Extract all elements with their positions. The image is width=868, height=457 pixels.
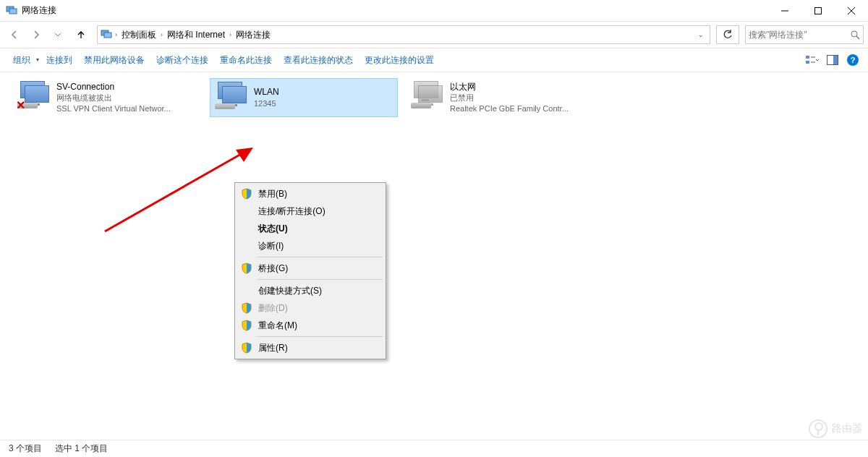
crumb-sep[interactable]: › [114, 31, 119, 38]
watermark-text: 路由器 [832, 422, 862, 435]
conn-status: 已禁用 [450, 93, 569, 103]
svg-line-9 [856, 36, 859, 39]
maximize-button[interactable] [801, 0, 835, 22]
menu-item[interactable]: 连接/断开连接(O) [237, 202, 384, 220]
menu-item-label: 连接/断开连接(O) [258, 205, 326, 218]
menu-item: 删除(D) [237, 299, 384, 317]
address-bar[interactable]: › 控制面板 › 网络和 Internet › 网络连接 ⌄ [97, 25, 710, 44]
cmd-disable[interactable]: 禁用此网络设备 [78, 54, 150, 67]
minimize-button[interactable] [768, 0, 801, 22]
menu-item-label: 状态(U) [258, 223, 288, 235]
menu-item[interactable]: 重命名(M) [237, 317, 384, 334]
crumb-2[interactable]: 网络连接 [233, 29, 273, 41]
svg-point-8 [851, 31, 857, 37]
connection-icon [409, 80, 446, 110]
svg-rect-10 [806, 56, 809, 59]
forward-button[interactable] [26, 25, 46, 45]
status-selected: 选中 1 个项目 [55, 443, 108, 455]
recent-dropdown[interactable] [48, 25, 68, 45]
help-button[interactable]: ? [845, 52, 861, 68]
conn-device: Realtek PCIe GbE Family Contr... [450, 103, 569, 114]
connection-icon [213, 80, 250, 111]
window-title: 网络连接 [22, 4, 56, 17]
app-icon [6, 5, 17, 17]
menu-item[interactable]: 属性(R) [237, 339, 384, 356]
conn-status: 12345 [254, 98, 279, 109]
address-dropdown[interactable]: ⌄ [694, 31, 708, 38]
search-box[interactable]: 搜索"网络连接" [745, 25, 864, 44]
menu-item[interactable]: 创建快捷方式(S) [237, 282, 384, 299]
svg-marker-17 [236, 148, 253, 162]
status-bar: 3 个项目 选中 1 个项目 [0, 440, 868, 457]
menu-item-label: 删除(D) [258, 302, 288, 315]
location-icon [101, 29, 112, 40]
svg-rect-11 [806, 61, 809, 64]
svg-rect-7 [104, 33, 111, 38]
up-button[interactable] [72, 25, 90, 45]
cmd-settings[interactable]: 更改此连接的设置 [359, 54, 440, 67]
connection-ethernet[interactable]: 以太网 已禁用 Realtek PCIe GbE Family Contr... [407, 78, 595, 117]
content-area: ✕ SV-Connection 网络电缆被拔出 SSL VPN Client V… [0, 72, 868, 434]
watermark-logo-icon [809, 419, 827, 438]
conn-name: 以太网 [450, 81, 569, 93]
search-placeholder: 搜索"网络连接" [749, 29, 850, 41]
menu-item-label: 诊断(I) [258, 240, 284, 252]
menu-item[interactable]: 桥接(G) [237, 260, 384, 277]
connection-wlan[interactable]: WLAN 12345 [210, 78, 398, 117]
menu-separator [257, 336, 383, 337]
crumb-0[interactable]: 控制面板 [119, 29, 159, 41]
menu-item[interactable]: 状态(U) [237, 220, 384, 237]
conn-name: WLAN [254, 86, 279, 98]
menu-item-label: 创建快捷方式(S) [258, 285, 322, 297]
crumb-1[interactable]: 网络和 Internet [164, 29, 228, 41]
crumb-sep[interactable]: › [228, 31, 233, 38]
refresh-button[interactable] [716, 25, 739, 44]
menu-item-label: 重命名(M) [258, 320, 297, 332]
navbar: › 控制面板 › 网络和 Internet › 网络连接 ⌄ 搜索"网络连接" [0, 22, 868, 48]
svg-line-16 [105, 153, 242, 231]
cmd-connect[interactable]: 连接到 [41, 54, 78, 67]
context-menu: 禁用(B)连接/断开连接(O)状态(U)诊断(I)桥接(G)创建快捷方式(S)删… [234, 182, 386, 359]
cmd-rename[interactable]: 重命名此连接 [214, 54, 278, 67]
crumb-sep[interactable]: › [159, 31, 164, 38]
disconnected-x-icon: ✕ [16, 98, 27, 110]
menu-item-label: 桥接(G) [258, 262, 288, 275]
preview-pane-button[interactable] [825, 52, 841, 68]
search-icon [850, 30, 860, 40]
cmd-diagnose[interactable]: 诊断这个连接 [150, 54, 214, 67]
menu-item-label: 禁用(B) [258, 188, 287, 200]
svg-rect-1 [9, 9, 17, 14]
close-button[interactable] [835, 0, 868, 22]
titlebar: 网络连接 [0, 0, 868, 22]
watermark: 路由器 [809, 419, 862, 438]
svg-rect-15 [833, 56, 838, 64]
menu-item[interactable]: 诊断(I) [237, 237, 384, 255]
menu-item[interactable]: 禁用(B) [237, 185, 384, 202]
back-button[interactable] [4, 25, 25, 45]
conn-device: SSL VPN Client Virtual Networ... [56, 103, 171, 114]
organize-menu[interactable]: 组织 [7, 54, 41, 67]
view-options-button[interactable] [804, 52, 820, 68]
menu-item-label: 属性(R) [258, 342, 288, 354]
menu-separator [257, 257, 383, 257]
svg-rect-3 [815, 7, 822, 14]
conn-status: 网络电缆被拔出 [56, 93, 171, 103]
status-count: 3 个项目 [9, 443, 42, 455]
menu-separator [257, 279, 383, 280]
conn-name: SV-Connection [56, 81, 171, 93]
connection-sv[interactable]: ✕ SV-Connection 网络电缆被拔出 SSL VPN Client V… [13, 78, 201, 117]
connection-icon: ✕ [16, 80, 52, 110]
cmd-status[interactable]: 查看此连接的状态 [278, 54, 359, 67]
command-bar: 组织 连接到 禁用此网络设备 诊断这个连接 重命名此连接 查看此连接的状态 更改… [0, 48, 868, 72]
